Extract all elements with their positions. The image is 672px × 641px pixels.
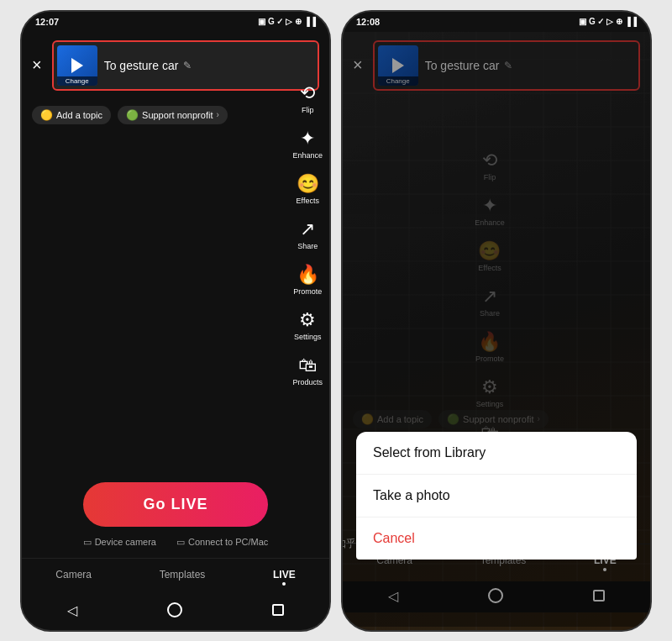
android-nav-left: ◁ (22, 596, 329, 627)
share-label: Share (297, 242, 318, 250)
status-icons-left: ▣ G ✓ ▷ ⊕ ▐▐ (258, 17, 316, 26)
live-tab-left[interactable]: LIVE (263, 565, 306, 589)
time-right: 12:08 (356, 17, 380, 27)
promote-icon: 🔥 (297, 264, 319, 286)
edit-icon-left[interactable]: ✎ (183, 60, 192, 71)
video-preview-left[interactable]: Change To gesture car ✎ (52, 40, 319, 91)
phone-content-left: × Change To gesture car ✎ ⟲ Flip (22, 32, 329, 627)
status-icons-right: ▣ G ✓ ▷ ⊕ ▐▐ (579, 17, 637, 26)
add-topic-label: Add a topic (56, 110, 102, 120)
effects-icon: 😊 (297, 173, 319, 195)
support-nonprofit-tag-left[interactable]: 🟢 Support nonprofit › (118, 106, 228, 124)
products-label: Products (292, 378, 323, 386)
share-icon: ↗ (300, 218, 315, 240)
play-icon (71, 58, 83, 73)
close-button-left[interactable]: × (32, 55, 42, 75)
device-camera-option-left[interactable]: ▭ Device camera (83, 537, 156, 548)
take-photo-option[interactable]: Take a photo (356, 475, 637, 518)
camera-row-left: ▭ Device camera ▭ Connect to PC/Mac (22, 537, 329, 548)
templates-tab-left[interactable]: Templates (150, 565, 216, 589)
share-button[interactable]: ↗ Share (297, 218, 318, 250)
device-camera-label: Device camera (95, 537, 156, 547)
phone-content-right: × Change To gesture car ✎ ⟲ Flip (343, 32, 650, 627)
modal-sheet: Select from Library Take a photo Cancel (356, 432, 637, 560)
select-from-library-option[interactable]: Select from Library (356, 432, 637, 475)
enhance-button[interactable]: ✦ Enhance (292, 128, 323, 160)
recents-button-left[interactable] (272, 604, 284, 616)
connect-pc-option-left[interactable]: ▭ Connect to PC/Mac (176, 537, 268, 548)
chevron-icon-left: › (216, 110, 218, 119)
effects-label: Effects (297, 197, 319, 205)
add-topic-emoji: 🟡 (40, 109, 53, 121)
enhance-label: Enhance (292, 151, 323, 160)
modal-overlay: Select from Library Take a photo Cancel (343, 32, 650, 627)
support-nonprofit-label: Support nonprofit (142, 110, 213, 120)
products-button[interactable]: 🛍 Products (292, 355, 323, 386)
active-dot-left (282, 582, 286, 586)
support-nonprofit-emoji: 🟢 (126, 109, 139, 121)
status-bar-right: 12:08 ▣ G ✓ ▷ ⊕ ▐▐ (343, 12, 650, 32)
time-left: 12:07 (35, 17, 59, 27)
camera-tab-left[interactable]: Camera (45, 565, 102, 589)
back-button-left[interactable]: ◁ (67, 602, 77, 618)
connect-pc-icon: ▭ (176, 537, 185, 548)
go-live-button-left[interactable]: Go LIVE (83, 482, 268, 527)
thumbnail-left: Change (57, 45, 97, 86)
promote-label: Promote (293, 287, 322, 296)
cancel-option[interactable]: Cancel (356, 518, 637, 560)
effects-button[interactable]: 😊 Effects (297, 173, 319, 205)
status-bar-left: 12:07 ▣ G ✓ ▷ ⊕ ▐▐ (22, 12, 329, 32)
settings-label: Settings (294, 333, 322, 341)
home-button-left[interactable] (167, 602, 182, 617)
change-label-left[interactable]: Change (57, 76, 97, 86)
settings-icon: ⚙ (299, 309, 316, 331)
connect-pc-label: Connect to PC/Mac (188, 537, 268, 547)
left-phone: 12:07 ▣ G ✓ ▷ ⊕ ▐▐ × Change To gesture c… (20, 10, 331, 632)
settings-button[interactable]: ⚙ Settings (294, 309, 322, 341)
tags-row-left: 🟡 Add a topic 🟢 Support nonprofit › (22, 99, 329, 131)
bottom-nav-left: Camera Templates LIVE (22, 558, 329, 596)
add-topic-tag-left[interactable]: 🟡 Add a topic (32, 106, 111, 124)
video-title-left: To gesture car ✎ (104, 59, 192, 72)
top-bar-left: × Change To gesture car ✎ (22, 32, 329, 99)
device-camera-icon: ▭ (83, 537, 92, 548)
right-phone: 12:08 ▣ G ✓ ▷ ⊕ ▐▐ × Change To gesture c… (341, 10, 652, 632)
promote-button[interactable]: 🔥 Promote (293, 264, 322, 296)
products-icon: 🛍 (298, 355, 317, 376)
